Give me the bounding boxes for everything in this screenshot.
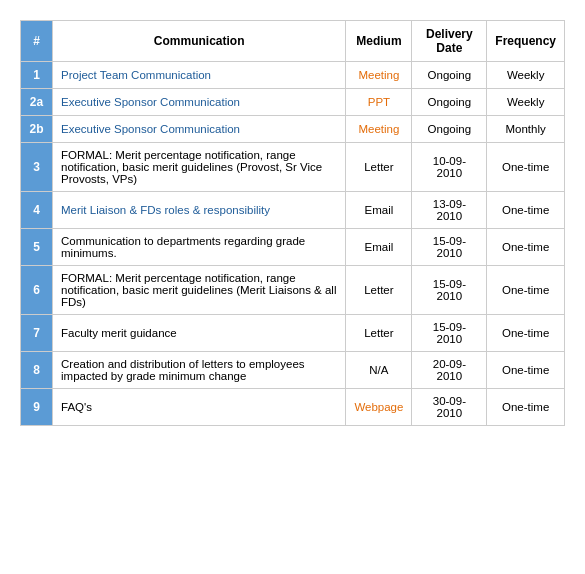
- row-frequency: Weekly: [487, 62, 565, 89]
- row-communication: Communication to departments regarding g…: [53, 229, 346, 266]
- table-row: 6FORMAL: Merit percentage notification, …: [21, 266, 565, 315]
- table-row: 3FORMAL: Merit percentage notification, …: [21, 143, 565, 192]
- row-communication: FAQ's: [53, 389, 346, 426]
- row-delivery-date: 15-09-2010: [412, 266, 487, 315]
- row-frequency: One-time: [487, 315, 565, 352]
- row-frequency: One-time: [487, 143, 565, 192]
- row-delivery-date: 20-09-2010: [412, 352, 487, 389]
- row-communication: Executive Sponsor Communication: [53, 89, 346, 116]
- table-row: 1Project Team CommunicationMeetingOngoin…: [21, 62, 565, 89]
- row-medium: Meeting: [346, 116, 412, 143]
- row-frequency: Weekly: [487, 89, 565, 116]
- table-row: 2aExecutive Sponsor CommunicationPPTOngo…: [21, 89, 565, 116]
- row-communication: Faculty merit guidance: [53, 315, 346, 352]
- row-frequency: One-time: [487, 389, 565, 426]
- row-delivery-date: 15-09-2010: [412, 315, 487, 352]
- row-communication: FORMAL: Merit percentage notification, r…: [53, 266, 346, 315]
- row-number: 8: [21, 352, 53, 389]
- row-frequency: One-time: [487, 229, 565, 266]
- row-delivery-date: 15-09-2010: [412, 229, 487, 266]
- row-frequency: One-time: [487, 192, 565, 229]
- row-delivery-date: 10-09-2010: [412, 143, 487, 192]
- row-frequency: One-time: [487, 266, 565, 315]
- row-medium: Email: [346, 229, 412, 266]
- row-medium: Letter: [346, 266, 412, 315]
- table-row: 5Communication to departments regarding …: [21, 229, 565, 266]
- row-number: 5: [21, 229, 53, 266]
- col-header-hash: #: [21, 21, 53, 62]
- row-medium: Letter: [346, 143, 412, 192]
- row-delivery-date: Ongoing: [412, 62, 487, 89]
- row-communication: FORMAL: Merit percentage notification, r…: [53, 143, 346, 192]
- row-medium: PPT: [346, 89, 412, 116]
- row-number: 9: [21, 389, 53, 426]
- row-communication: Creation and distribution of letters to …: [53, 352, 346, 389]
- row-delivery-date: 30-09-2010: [412, 389, 487, 426]
- row-frequency: Monthly: [487, 116, 565, 143]
- row-delivery-date: Ongoing: [412, 89, 487, 116]
- row-delivery-date: 13-09-2010: [412, 192, 487, 229]
- row-medium: Letter: [346, 315, 412, 352]
- row-delivery-date: Ongoing: [412, 116, 487, 143]
- row-medium: Webpage: [346, 389, 412, 426]
- table-row: 4Merit Liaison & FDs roles & responsibil…: [21, 192, 565, 229]
- row-number: 2b: [21, 116, 53, 143]
- row-medium: Meeting: [346, 62, 412, 89]
- table-row: 7Faculty merit guidanceLetter15-09-2010O…: [21, 315, 565, 352]
- col-header-medium: Medium: [346, 21, 412, 62]
- row-number: 7: [21, 315, 53, 352]
- communication-plan-table: # Communication Medium Delivery Date Fre…: [20, 20, 565, 426]
- row-communication: Merit Liaison & FDs roles & responsibili…: [53, 192, 346, 229]
- row-communication: Project Team Communication: [53, 62, 346, 89]
- col-header-communication: Communication: [53, 21, 346, 62]
- row-number: 1: [21, 62, 53, 89]
- col-header-delivery-date: Delivery Date: [412, 21, 487, 62]
- row-number: 3: [21, 143, 53, 192]
- row-medium: N/A: [346, 352, 412, 389]
- table-row: 9FAQ'sWebpage30-09-2010One-time: [21, 389, 565, 426]
- row-communication: Executive Sponsor Communication: [53, 116, 346, 143]
- row-number: 2a: [21, 89, 53, 116]
- row-number: 4: [21, 192, 53, 229]
- row-medium: Email: [346, 192, 412, 229]
- table-row: 8Creation and distribution of letters to…: [21, 352, 565, 389]
- row-number: 6: [21, 266, 53, 315]
- row-frequency: One-time: [487, 352, 565, 389]
- table-row: 2bExecutive Sponsor CommunicationMeeting…: [21, 116, 565, 143]
- col-header-frequency: Frequency: [487, 21, 565, 62]
